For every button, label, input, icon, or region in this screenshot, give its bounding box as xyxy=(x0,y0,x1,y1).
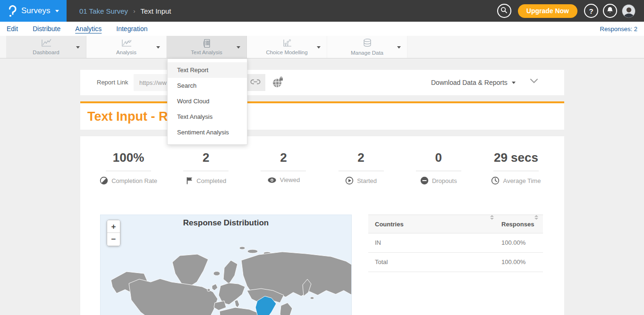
stat-completed: 2 Completed xyxy=(167,150,245,185)
analytics-page: Surveys 01 Take Survey › Text Input Upgr… xyxy=(0,0,644,315)
tab-manage-data[interactable]: Manage Data xyxy=(327,36,407,58)
stat-average-time: 29 secs Average Time xyxy=(477,150,555,185)
map-title: Response Distribution xyxy=(101,218,351,228)
cell-responses: 100.00% xyxy=(501,233,525,252)
menu-item-text-analysis[interactable]: Text Analysis xyxy=(168,109,247,124)
menu-item-sentiment-analysis[interactable]: Sentiment Analysis xyxy=(168,124,247,140)
tab-dashboard[interactable]: Dashboard xyxy=(6,36,86,58)
divider xyxy=(261,171,306,171)
stat-value: 29 secs xyxy=(477,150,555,165)
tab-label: Analysis xyxy=(116,50,136,55)
area-chart-icon xyxy=(120,39,133,48)
nav-item-edit[interactable]: Edit xyxy=(7,25,18,33)
chevron-down-icon xyxy=(530,78,538,85)
table-row-total: Total 100.00% xyxy=(368,253,543,272)
report-body-card: 100% Completion Rate 2 Completed xyxy=(80,136,564,315)
tab-analysis[interactable]: Analysis xyxy=(86,36,167,58)
search-button[interactable] xyxy=(497,4,511,18)
report-link-bar: Report Link Download Data & Reports xyxy=(80,70,564,95)
zoom-out-button[interactable]: − xyxy=(107,233,120,246)
breadcrumb-separator: › xyxy=(133,8,135,15)
divider xyxy=(493,171,539,171)
half-circle-icon xyxy=(100,176,108,185)
tab-label: Text Analysis xyxy=(191,50,222,55)
column-header-countries[interactable]: Countries xyxy=(375,215,404,234)
notifications-button[interactable] xyxy=(603,4,617,18)
stat-label: Completed xyxy=(196,177,226,184)
sort-icon[interactable] xyxy=(534,215,538,220)
stat-value: 2 xyxy=(245,150,322,165)
cell-responses: 100.00% xyxy=(501,253,525,272)
tabbar-spacer xyxy=(0,36,6,58)
link-icon xyxy=(250,79,261,86)
stat-viewed: 2 Viewed xyxy=(245,150,322,185)
table-row: IN 100.00% xyxy=(368,233,543,253)
report-visibility-button[interactable] xyxy=(271,76,284,90)
breadcrumb-survey-name[interactable]: 01 Take Survey xyxy=(79,7,128,15)
stat-label: Viewed xyxy=(280,176,300,183)
text-analysis-menu: Text Report Search Word Cloud Text Analy… xyxy=(167,58,247,145)
divider xyxy=(416,171,461,171)
stat-label: Completion Rate xyxy=(111,177,157,184)
collapse-panel-button[interactable] xyxy=(530,78,538,85)
stat-label: Dropouts xyxy=(432,177,457,184)
upgrade-now-button[interactable]: Upgrade Now xyxy=(518,4,577,18)
question-mark-icon: ? xyxy=(589,7,593,15)
question-title-card: Text Input - Report xyxy=(80,101,564,130)
line-chart-icon xyxy=(40,39,52,48)
divider xyxy=(339,171,384,171)
table-header-row: Countries Responses xyxy=(368,215,543,233)
menu-item-text-report[interactable]: Text Report xyxy=(168,62,247,78)
nav-item-distribute[interactable]: Distribute xyxy=(33,25,60,33)
download-label: Download Data & Reports xyxy=(431,79,508,86)
analytics-tabbar: Dashboard Analysis Text Analysis Choice … xyxy=(0,36,644,58)
caret-down-icon xyxy=(237,46,240,49)
stat-value: 0 xyxy=(400,150,477,165)
download-data-reports-button[interactable]: Download Data & Reports xyxy=(431,70,516,95)
world-map[interactable] xyxy=(101,215,352,315)
topbar-actions: Upgrade Now ? xyxy=(497,4,644,18)
caret-down-icon xyxy=(397,46,401,49)
caret-down-icon xyxy=(76,46,80,49)
copy-link-button[interactable] xyxy=(246,74,265,91)
menu-item-search[interactable]: Search xyxy=(168,78,247,93)
column-header-responses[interactable]: Responses xyxy=(501,215,534,234)
flag-icon xyxy=(186,176,193,185)
page-title: Text Input - Report xyxy=(80,103,564,124)
map-zoom-control: + − xyxy=(107,220,120,246)
breadcrumb: 01 Take Survey › Text Input xyxy=(79,7,171,15)
stat-started: 2 Started xyxy=(322,150,400,185)
divider xyxy=(183,171,229,171)
stat-completion-rate: 100% Completion Rate xyxy=(90,150,167,185)
product-switcher[interactable]: Surveys xyxy=(0,0,67,22)
nav-item-integration[interactable]: Integration xyxy=(116,25,147,33)
caret-down-icon xyxy=(512,82,516,84)
tab-text-analysis[interactable]: Text Analysis xyxy=(167,36,247,58)
avatar[interactable] xyxy=(622,4,636,18)
eye-icon xyxy=(267,177,277,183)
tab-label: Choice Modelling xyxy=(266,50,307,55)
countries-table: Countries Responses IN 100.00% Total 100… xyxy=(368,215,543,272)
breadcrumb-page-name: Text Input xyxy=(140,7,171,15)
clock-icon xyxy=(491,176,500,185)
database-icon xyxy=(362,38,373,49)
stat-label: Started xyxy=(357,177,377,184)
report-link-label: Report Link xyxy=(97,70,128,95)
nav-item-analytics[interactable]: Analytics xyxy=(75,25,102,33)
menu-item-word-cloud[interactable]: Word Cloud xyxy=(168,93,247,109)
caret-down-icon xyxy=(156,46,160,49)
stats-row: 100% Completion Rate 2 Completed xyxy=(90,150,555,185)
stat-label: Average Time xyxy=(503,177,541,184)
minus-circle-icon xyxy=(420,176,429,185)
stat-dropouts: 0 Dropouts xyxy=(400,150,477,185)
tab-choice-modelling[interactable]: Choice Modelling xyxy=(247,36,327,58)
zoom-in-button[interactable]: + xyxy=(107,220,120,233)
cell-country: IN xyxy=(375,233,381,252)
help-button[interactable]: ? xyxy=(584,4,598,18)
sort-icon[interactable] xyxy=(490,215,494,220)
text-report-icon xyxy=(202,39,212,48)
response-distribution-map[interactable]: Response Distribution + − xyxy=(100,215,352,315)
chevron-down-icon xyxy=(55,10,59,12)
scatter-chart-icon xyxy=(281,39,293,48)
stat-value: 2 xyxy=(167,150,245,165)
